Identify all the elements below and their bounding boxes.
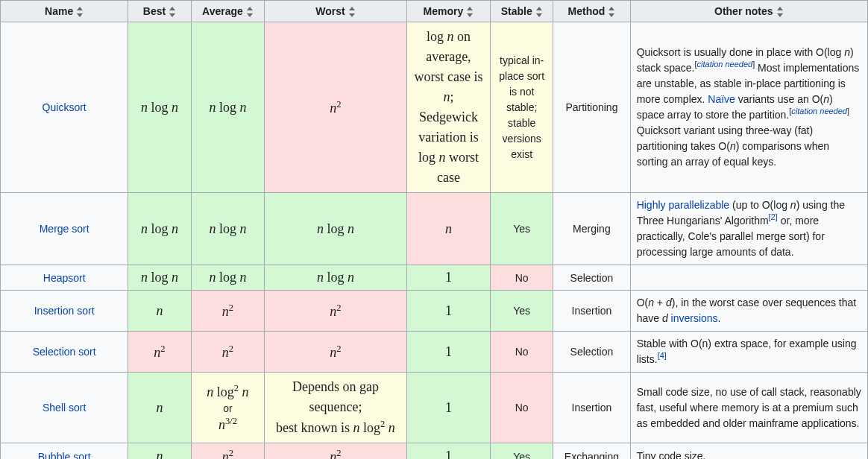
cell-worst: n2	[265, 22, 406, 193]
cell-memory: 1	[406, 265, 491, 291]
header-notes[interactable]: Other notes	[630, 1, 867, 22]
table-row: Quicksort n log n n log n n2 log n on av…	[1, 22, 868, 193]
cell-name: Selection sort	[1, 332, 128, 373]
cell-average: n log2 n or n3/2	[191, 373, 265, 443]
selection-sort-link[interactable]: Selection sort	[33, 346, 96, 358]
cell-name: Merge sort	[1, 193, 128, 265]
shell-sort-link[interactable]: Shell sort	[43, 402, 86, 414]
citation-needed-link[interactable]: citation needed	[697, 60, 753, 69]
cell-worst: n log n	[265, 265, 406, 291]
cell-worst: n2	[265, 332, 406, 373]
cell-best: n	[128, 443, 191, 459]
cell-memory: 1	[406, 373, 491, 443]
quicksort-link[interactable]: Quicksort	[43, 101, 87, 113]
header-method[interactable]: Method	[553, 1, 630, 22]
naive-link[interactable]: Naïve	[708, 93, 735, 105]
cell-memory: 1	[406, 332, 491, 373]
cell-memory: 1	[406, 291, 491, 332]
cell-stable: No	[491, 332, 553, 373]
table-row: Shell sort n n log2 n or n3/2 Depends on…	[1, 373, 868, 443]
header-row: Name Best Average Worst Memory Stable Me…	[1, 1, 868, 22]
cell-method: Insertion	[553, 373, 630, 443]
table-row: Selection sort n2 n2 n2 1 No Selection S…	[1, 332, 868, 373]
ref-4-link[interactable]: [4]	[658, 352, 667, 361]
cell-name: Shell sort	[1, 373, 128, 443]
cell-method: Exchanging	[553, 443, 630, 459]
ref-2-link[interactable]: [2]	[769, 213, 778, 222]
sorting-algorithms-table: Name Best Average Worst Memory Stable Me…	[0, 0, 868, 459]
table-row: Insertion sort n n2 n2 1 Yes Insertion O…	[1, 291, 868, 332]
header-average[interactable]: Average	[191, 1, 265, 22]
citation-needed-link[interactable]: citation needed	[791, 107, 847, 116]
cell-stable: Yes	[491, 291, 553, 332]
header-name[interactable]: Name	[1, 1, 128, 22]
cell-best: n	[128, 373, 191, 443]
cell-notes: Stable with O(n) extra space, for exampl…	[630, 332, 867, 373]
cell-worst: Depends on gap sequence; best known is n…	[265, 373, 406, 443]
cell-method: Selection	[553, 332, 630, 373]
cell-average: n log n	[191, 193, 265, 265]
cell-memory: log n on average, worst case is n; Sedge…	[406, 22, 491, 193]
cell-notes: Small code size, no use of call stack, r…	[630, 373, 867, 443]
bubble-sort-link[interactable]: Bubble sort	[38, 451, 91, 459]
cell-method: Insertion	[553, 291, 630, 332]
sort-icon	[246, 7, 254, 17]
sort-icon	[776, 7, 784, 17]
cell-worst: n log n	[265, 193, 406, 265]
cell-name: Heapsort	[1, 265, 128, 291]
cell-best: n log n	[128, 265, 191, 291]
cell-notes	[630, 265, 867, 291]
cell-stable: typical in-place sort is not stable; sta…	[491, 22, 553, 193]
sort-icon	[608, 7, 615, 17]
cell-stable: Yes	[491, 443, 553, 459]
cell-name: Bubble sort	[1, 443, 128, 459]
cell-best: n2	[128, 332, 191, 373]
cell-worst: n2	[265, 291, 406, 332]
cell-average: n log n	[191, 265, 265, 291]
cell-name: Quicksort	[1, 22, 128, 193]
parallelizable-link[interactable]: Highly parallelizable	[637, 199, 730, 211]
cell-average: n2	[191, 443, 265, 459]
cell-memory: 1	[406, 443, 491, 459]
header-stable[interactable]: Stable	[491, 1, 553, 22]
cell-memory: n	[406, 193, 491, 265]
sort-icon	[169, 7, 176, 17]
header-worst[interactable]: Worst	[265, 1, 406, 22]
cell-name: Insertion sort	[1, 291, 128, 332]
insertion-sort-link[interactable]: Insertion sort	[34, 305, 95, 317]
sort-icon	[348, 7, 356, 17]
cell-notes: Highly parallelizable (up to O(log n) us…	[630, 193, 867, 265]
cell-notes: Tiny code size.	[630, 443, 867, 459]
table-row: Bubble sort n n2 n2 1 Yes Exchanging Tin…	[1, 443, 868, 459]
table-row: Merge sort n log n n log n n log n n Yes…	[1, 193, 868, 265]
cell-best: n log n	[128, 22, 191, 193]
cell-average: n log n	[191, 22, 265, 193]
cell-method: Partitioning	[553, 22, 630, 193]
sort-icon	[466, 7, 474, 17]
cell-stable: Yes	[491, 193, 553, 265]
cell-best: n	[128, 291, 191, 332]
merge-sort-link[interactable]: Merge sort	[40, 223, 89, 235]
cell-stable: No	[491, 373, 553, 443]
heapsort-link[interactable]: Heapsort	[43, 272, 86, 284]
cell-method: Merging	[553, 193, 630, 265]
cell-notes: O(n + d), in the worst case over sequenc…	[630, 291, 867, 332]
cell-stable: No	[491, 265, 553, 291]
header-memory[interactable]: Memory	[406, 1, 491, 22]
table-row: Heapsort n log n n log n n log n 1 No Se…	[1, 265, 868, 291]
cell-average: n2	[191, 291, 265, 332]
cell-notes: Quicksort is usually done in place with …	[630, 22, 867, 193]
sort-icon	[535, 7, 543, 17]
cell-method: Selection	[553, 265, 630, 291]
cell-worst: n2	[265, 443, 406, 459]
header-best[interactable]: Best	[128, 1, 191, 22]
sort-icon	[76, 7, 84, 17]
cell-best: n log n	[128, 193, 191, 265]
cell-average: n2	[191, 332, 265, 373]
inversions-link[interactable]: inversions	[671, 312, 718, 324]
